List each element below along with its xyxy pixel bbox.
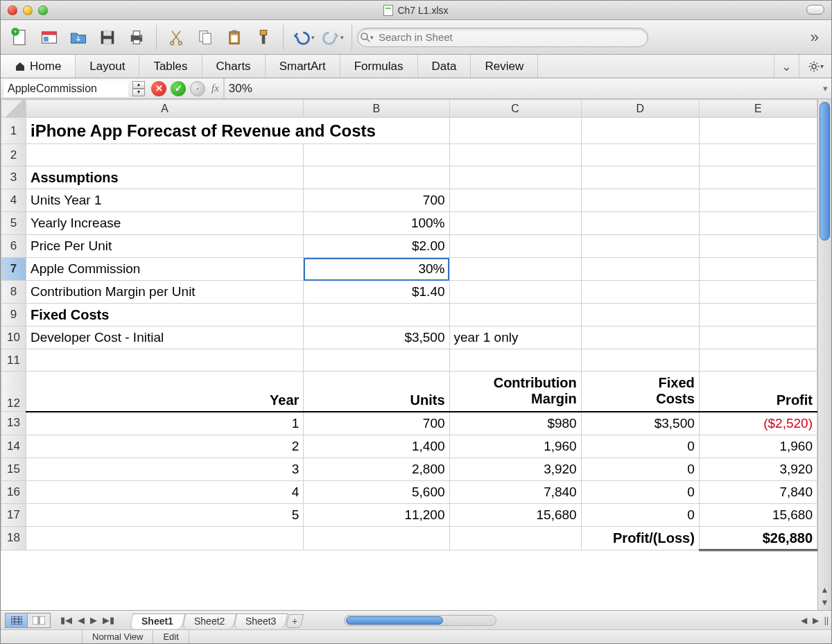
col-header-d[interactable]: D: [581, 100, 699, 118]
search-input[interactable]: [357, 28, 648, 47]
cell-b13[interactable]: 700: [304, 412, 449, 435]
cell[interactable]: [699, 118, 817, 144]
cell[interactable]: [304, 304, 449, 327]
row-header[interactable]: 3: [1, 166, 26, 189]
sheet-nav-first[interactable]: ▮◀: [58, 615, 75, 625]
col-header-e[interactable]: E: [699, 100, 817, 118]
copy-button[interactable]: [193, 25, 218, 50]
cell[interactable]: [449, 281, 581, 304]
cell-b16[interactable]: 5,600: [304, 480, 449, 503]
row-header[interactable]: 9: [1, 304, 26, 327]
formula-accept-button[interactable]: ✓: [171, 81, 186, 96]
cell-a12[interactable]: Year: [26, 372, 304, 412]
add-sheet-button[interactable]: +: [286, 614, 304, 628]
row-header[interactable]: 8: [1, 281, 26, 304]
save-button[interactable]: [95, 25, 120, 50]
cell[interactable]: [581, 304, 699, 327]
cell[interactable]: [581, 212, 699, 235]
cell-b8[interactable]: $1.40: [304, 281, 449, 304]
cell-b17[interactable]: 11,200: [304, 503, 449, 526]
cell[interactable]: [581, 118, 699, 144]
cell-a14[interactable]: 2: [26, 435, 304, 458]
cell-a5[interactable]: Yearly Increase: [26, 212, 304, 235]
row-header[interactable]: 4: [1, 189, 26, 212]
cell-e17[interactable]: 15,680: [699, 503, 817, 526]
cell-e13[interactable]: ($2,520): [699, 412, 817, 435]
cell-a3[interactable]: Assumptions: [26, 166, 304, 189]
cell-b14[interactable]: 1,400: [304, 435, 449, 458]
cell[interactable]: [449, 526, 581, 550]
cell-a15[interactable]: 3: [26, 458, 304, 480]
minimize-window-button[interactable]: [23, 6, 33, 15]
cell[interactable]: [449, 258, 581, 281]
row-header[interactable]: 7: [1, 258, 26, 281]
cell[interactable]: [449, 189, 581, 212]
select-all-cell[interactable]: [1, 100, 26, 118]
templates-button[interactable]: [37, 25, 62, 50]
horizontal-scrollbar[interactable]: [344, 615, 496, 626]
row-header[interactable]: 16: [1, 480, 26, 503]
redo-button[interactable]: ▾: [320, 25, 345, 50]
cell-c13[interactable]: $980: [449, 412, 581, 435]
cell-d12[interactable]: FixedCosts: [581, 372, 699, 412]
formula-cancel-button[interactable]: ✕: [151, 81, 166, 96]
sheet-tab-1[interactable]: Sheet1: [130, 613, 186, 629]
cell[interactable]: [26, 349, 304, 372]
col-header-c[interactable]: C: [449, 100, 581, 118]
tab-smartart[interactable]: SmartArt: [266, 55, 340, 78]
cell-b7-active[interactable]: 30%: [304, 258, 449, 281]
cell[interactable]: [449, 144, 581, 166]
cell-a17[interactable]: 5: [26, 503, 304, 526]
new-doc-button[interactable]: +: [8, 25, 33, 50]
cell-a10[interactable]: Developer Cost - Initial: [26, 327, 304, 349]
cell[interactable]: [581, 281, 699, 304]
toolbar-overflow-button[interactable]: »: [805, 28, 824, 46]
formula-bar-expand-button[interactable]: ▾: [819, 83, 831, 94]
scroll-right-arrow-icon[interactable]: ▶: [810, 616, 822, 625]
toolbar-toggle-pill[interactable]: [806, 5, 824, 15]
page-layout-view-button[interactable]: [28, 613, 50, 627]
cell-a4[interactable]: Units Year 1: [26, 189, 304, 212]
cell[interactable]: [699, 258, 817, 281]
split-handle[interactable]: ||: [822, 616, 831, 625]
cell[interactable]: [449, 235, 581, 258]
cell-d18[interactable]: Profit/(Loss): [581, 526, 699, 550]
cell[interactable]: [581, 144, 699, 166]
row-header[interactable]: 13: [1, 412, 26, 435]
cell-c10[interactable]: year 1 only: [449, 327, 581, 349]
cell[interactable]: [304, 166, 449, 189]
cell[interactable]: [699, 166, 817, 189]
sheet-nav-prev[interactable]: ◀: [75, 615, 87, 625]
scroll-up-arrow-icon[interactable]: ▲: [818, 584, 831, 596]
cell-b12[interactable]: Units: [304, 372, 449, 412]
row-header[interactable]: 11: [1, 349, 26, 372]
cell[interactable]: [699, 304, 817, 327]
row-header[interactable]: 6: [1, 235, 26, 258]
name-box[interactable]: AppleCommission: [3, 80, 128, 97]
cell-a6[interactable]: Price Per Unit: [26, 235, 304, 258]
cell-e14[interactable]: 1,960: [699, 435, 817, 458]
sheet-nav-last[interactable]: ▶▮: [100, 615, 117, 625]
cell-d16[interactable]: 0: [581, 480, 699, 503]
sheet-tab-2[interactable]: Sheet2: [182, 613, 237, 629]
cell[interactable]: [304, 349, 449, 372]
cell[interactable]: [581, 189, 699, 212]
sheet-nav-next[interactable]: ▶: [87, 615, 100, 625]
tab-formulas[interactable]: Formulas: [340, 55, 418, 78]
cell-b4[interactable]: 700: [304, 189, 449, 212]
cell-c14[interactable]: 1,960: [449, 435, 581, 458]
cell-a16[interactable]: 4: [26, 480, 304, 503]
cell[interactable]: [304, 526, 449, 550]
ribbon-collapse-button[interactable]: ⌄: [774, 55, 799, 78]
cell[interactable]: [699, 144, 817, 166]
cell-d14[interactable]: 0: [581, 435, 699, 458]
cell-b15[interactable]: 2,800: [304, 458, 449, 480]
cell[interactable]: [581, 349, 699, 372]
cell[interactable]: [581, 258, 699, 281]
cell[interactable]: [581, 327, 699, 349]
cell-a7[interactable]: Apple Commission: [26, 258, 304, 281]
cell-c16[interactable]: 7,840: [449, 480, 581, 503]
cell[interactable]: [699, 349, 817, 372]
cell-b6[interactable]: $2.00: [304, 235, 449, 258]
cell[interactable]: [699, 189, 817, 212]
